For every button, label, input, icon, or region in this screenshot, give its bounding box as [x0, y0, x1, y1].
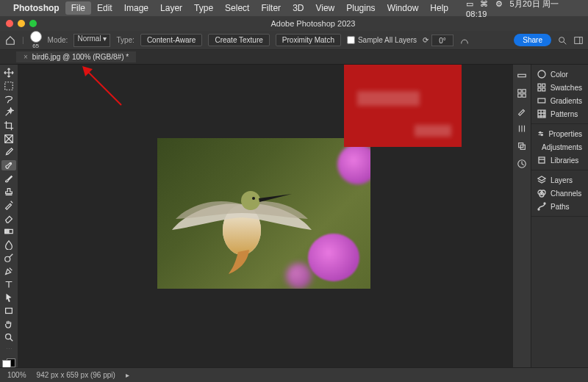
gradient-tool[interactable] [1, 226, 16, 237]
document-tab[interactable]: × bird6.jpg @ 100% (RGB/8#) * [16, 51, 136, 62]
panel-adjustments[interactable]: Adjustments [531, 140, 588, 154]
angle-icon[interactable]: ⟳ [423, 36, 429, 44]
menu-layer[interactable]: Layer [154, 1, 188, 15]
workspace-icon[interactable] [573, 35, 584, 46]
svg-rect-2 [575, 37, 583, 43]
ruler-panel-icon[interactable] [517, 71, 527, 81]
panel-paths[interactable]: Paths [531, 200, 588, 213]
svg-rect-4 [5, 82, 13, 90]
menu-help[interactable]: Help [424, 1, 454, 15]
search-icon[interactable] [557, 35, 567, 46]
history-brush-tool[interactable] [1, 200, 16, 210]
close-tab-icon[interactable]: × [24, 53, 28, 61]
svg-point-44 [538, 209, 539, 210]
menu-filter[interactable]: Filter [255, 1, 287, 15]
menubar-sys-tray: ▭ ⌘ ⚙ 5月20日 周一 08:19 [462, 0, 582, 18]
panel-libraries[interactable]: Libraries [531, 154, 588, 167]
svg-marker-21 [82, 66, 93, 76]
panel-gradients[interactable]: Gradients [531, 94, 588, 107]
menu-view[interactable]: View [309, 1, 340, 15]
panel-properties[interactable]: Properties [531, 127, 588, 140]
pen-tool[interactable] [1, 266, 16, 276]
zoom-level[interactable]: 100% [7, 371, 26, 379]
canvas-area[interactable] [18, 65, 513, 367]
angle-input[interactable]: 0° [431, 35, 453, 46]
menu-image[interactable]: Image [118, 1, 154, 15]
app-name[interactable]: Photoshop [13, 3, 60, 13]
document-dimensions: 942 px x 659 px (96 ppi) [37, 371, 115, 379]
svg-rect-31 [538, 84, 541, 87]
type-tool[interactable] [1, 279, 16, 289]
brush-preview[interactable] [30, 31, 42, 43]
share-button[interactable]: Share [514, 34, 551, 46]
brushset-panel-icon[interactable] [517, 123, 527, 134]
svg-rect-22 [518, 74, 526, 77]
window-zoom-button[interactable] [29, 20, 37, 27]
svg-line-15 [10, 339, 13, 342]
document-tab-label: bird6.jpg @ 100% (RGB/8#) * [32, 53, 129, 61]
document-canvas[interactable] [157, 138, 370, 289]
window-close-button[interactable] [6, 20, 13, 27]
panel-layers[interactable]: Layers [531, 173, 588, 187]
window-minimize-button[interactable] [18, 20, 25, 27]
panel-channels[interactable]: Channels [531, 187, 588, 200]
sample-all-layers-checkbox[interactable]: Sample All Layers [347, 36, 417, 44]
eraser-tool[interactable] [1, 213, 16, 223]
floating-panel-redacted[interactable] [344, 65, 462, 147]
zoom-tool[interactable] [1, 332, 16, 342]
panel-patterns[interactable]: Patterns [531, 107, 588, 120]
svg-rect-34 [542, 88, 545, 91]
color-swatches[interactable] [2, 360, 15, 367]
wand-tool[interactable] [1, 107, 16, 118]
svg-point-19 [252, 197, 255, 200]
lasso-tool[interactable] [1, 94, 16, 104]
healing-brush-tool[interactable] [1, 160, 16, 170]
marquee-tool[interactable] [1, 81, 16, 91]
history-panel-icon[interactable] [517, 159, 527, 169]
menu-plugins[interactable]: Plugins [340, 1, 381, 15]
stamp-tool[interactable] [1, 187, 16, 197]
mode-select[interactable]: Normal ▾ [74, 34, 110, 47]
menu-file[interactable]: File [65, 1, 91, 15]
image-content [337, 144, 370, 184]
frame-tool[interactable] [1, 134, 16, 144]
blur-tool[interactable] [1, 239, 16, 250]
svg-rect-35 [538, 98, 545, 103]
panel-swatches[interactable]: Swatches [531, 81, 588, 94]
home-icon[interactable] [4, 35, 16, 46]
menu-type[interactable]: Type [188, 1, 219, 15]
create-texture-button[interactable]: Create Texture [208, 34, 269, 46]
menu-select[interactable]: Select [219, 1, 255, 15]
svg-point-18 [241, 191, 260, 210]
pressure-icon[interactable] [459, 35, 470, 46]
menu-window[interactable]: Window [381, 1, 425, 15]
options-bar: | 65 Mode: Normal ▾ Type: Content-Aware … [0, 31, 588, 50]
panel-color[interactable]: Color [531, 68, 588, 81]
menu-edit[interactable]: Edit [91, 1, 118, 15]
svg-rect-10 [5, 229, 9, 233]
svg-rect-25 [518, 94, 521, 97]
svg-line-1 [564, 41, 567, 44]
collapsed-panel-strip [513, 65, 531, 367]
annotation-arrow [81, 65, 125, 109]
swatch-panel-icon[interactable] [517, 88, 527, 98]
svg-rect-13 [6, 309, 12, 314]
brush-panel-icon[interactable] [517, 106, 527, 116]
eyedropper-tool[interactable] [1, 147, 16, 157]
move-tool[interactable] [1, 68, 16, 78]
clone-panel-icon[interactable] [517, 141, 527, 151]
crop-tool[interactable] [1, 120, 16, 131]
svg-rect-33 [538, 88, 541, 91]
hand-tool[interactable] [1, 319, 16, 329]
brush-tool[interactable] [1, 173, 16, 184]
path-select-tool[interactable] [1, 292, 16, 303]
document-tabbar: × bird6.jpg @ 100% (RGB/8#) * [0, 50, 588, 65]
rectangle-tool[interactable] [1, 306, 16, 316]
dodge-tool[interactable] [1, 253, 16, 263]
status-caret-icon[interactable]: ▸ [126, 371, 129, 379]
svg-point-30 [538, 71, 545, 78]
proximity-match-button[interactable]: Proximity Match [276, 34, 341, 46]
content-aware-button[interactable]: Content-Aware [140, 34, 203, 46]
svg-rect-32 [542, 84, 545, 87]
menu-3d[interactable]: 3D [287, 1, 309, 15]
